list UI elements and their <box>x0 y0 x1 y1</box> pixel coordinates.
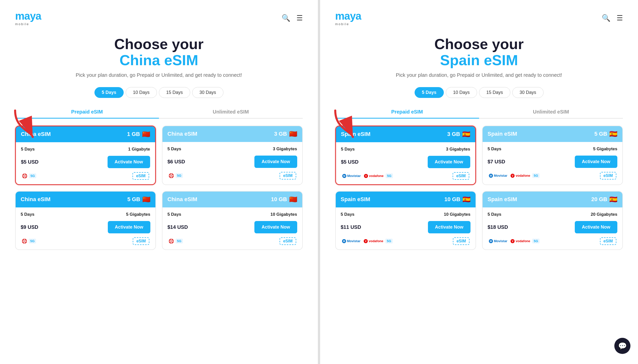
card-footer: 5G eSIM <box>21 237 150 245</box>
navbar: mayamobile 🔍 ☰ <box>15 10 303 26</box>
duration-tabs: 5 Days10 Days15 Days30 Days <box>335 87 623 98</box>
svg-text:V: V <box>512 240 514 243</box>
card-gigabytes: 3 Gigabytes <box>446 147 470 152</box>
logo[interactable]: mayamobile <box>335 10 361 26</box>
5g-badge: 5G <box>386 173 393 178</box>
card-footer: 5G eSIM <box>167 172 297 179</box>
plan-tab-unlimited-esim[interactable]: Unlimited eSIM <box>479 106 623 119</box>
card-body: 5 Days 10 Gigabytes $11 USD Activate Now… <box>336 207 476 249</box>
menu-icon[interactable]: ☰ <box>296 14 303 22</box>
card-gb-info: 5 GB 🇨🇳 <box>127 196 150 203</box>
activate-now-button[interactable]: Activate Now <box>254 156 297 168</box>
card-gb-amount: 3 GB <box>274 131 287 137</box>
activate-now-button[interactable]: Activate Now <box>108 156 150 168</box>
svg-text:V: V <box>365 240 367 243</box>
svg-text:M: M <box>343 240 345 243</box>
plan-tab-unlimited-esim[interactable]: Unlimited eSIM <box>159 106 303 119</box>
card-gb-amount: 10 GB <box>271 196 287 203</box>
duration-tab-5-days[interactable]: 5 Days <box>94 87 124 98</box>
card-gb-amount: 5 GB <box>127 196 140 203</box>
activate-now-button[interactable]: Activate Now <box>254 221 297 233</box>
country-flag: 🇪🇸 <box>609 196 617 203</box>
chat-button[interactable]: 💬 <box>614 338 630 354</box>
card-gb-info: 3 GB 🇨🇳 <box>274 130 297 138</box>
card-footer: M Movistar V vodafone 5G eSIM <box>488 237 617 245</box>
card-body: 5 Days 5 Gigabytes $7 USD Activate Now M… <box>483 142 622 184</box>
card-body: 5 Days 10 Gigabytes $14 USD Activate Now… <box>162 207 302 249</box>
activate-now-button[interactable]: Activate Now <box>575 221 617 233</box>
duration-tab-15-days[interactable]: 15 Days <box>479 87 510 98</box>
5g-badge: 5G <box>385 239 393 243</box>
hero-section: Choose yourChina eSIM Pick your plan dur… <box>15 36 303 78</box>
card-body: 5 Days 3 Gigabytes $5 USD Activate Now M… <box>336 142 475 184</box>
esim-badge: eSIM <box>132 172 149 180</box>
activate-now-button[interactable]: Activate Now <box>428 221 471 233</box>
vodafone-logo: V vodafone <box>510 239 530 243</box>
card-price-row: $18 USD Activate Now <box>488 221 617 233</box>
card-title: Spain eSIM <box>341 196 370 203</box>
plans-grid: Spain eSIM 3 GB 🇪🇸 5 Days 3 Gigabytes $5… <box>335 126 623 250</box>
5g-badge: 5G <box>176 239 183 243</box>
duration-tab-15-days[interactable]: 15 Days <box>159 87 190 98</box>
card-header: Spain eSIM 20 GB 🇪🇸 <box>483 192 622 207</box>
svg-text:M: M <box>490 174 492 177</box>
plan-card-china-1gb: China eSIM 1 GB 🇨🇳 5 Days 1 Gigabyte $5 … <box>15 126 156 185</box>
activate-now-button[interactable]: Activate Now <box>575 156 617 168</box>
plan-tab-prepaid-esim[interactable]: Prepaid eSIM <box>15 106 159 119</box>
card-header: China eSIM 10 GB 🇨🇳 <box>162 192 302 207</box>
card-title: China eSIM <box>167 196 197 203</box>
network-logos: M Movistar V vodafone 5G <box>342 239 393 243</box>
card-title: China eSIM <box>21 196 51 203</box>
duration-tab-10-days[interactable]: 10 Days <box>446 87 477 98</box>
duration-tab-30-days[interactable]: 30 Days <box>512 87 544 98</box>
plan-card-spain-20gb: Spain eSIM 20 GB 🇪🇸 5 Days 20 Gigabytes … <box>482 191 623 250</box>
card-header: Spain eSIM 3 GB 🇪🇸 <box>336 126 475 142</box>
card-price: $6 USD <box>167 159 185 165</box>
card-body: 5 Days 5 Gigabytes $9 USD Activate Now 5… <box>16 207 155 249</box>
plans-grid: China eSIM 1 GB 🇨🇳 5 Days 1 Gigabyte $5 … <box>15 126 303 250</box>
china-network-logos: 5G <box>22 238 36 244</box>
duration-tab-10-days[interactable]: 10 Days <box>126 87 157 98</box>
card-gigabytes: 10 Gigabytes <box>271 212 297 217</box>
svg-text:M: M <box>490 240 492 243</box>
card-gigabytes: 5 Gigabytes <box>126 212 150 217</box>
card-price-row: $9 USD Activate Now <box>21 221 150 233</box>
search-icon[interactable]: 🔍 <box>602 14 611 22</box>
activate-now-button[interactable]: Activate Now <box>108 221 150 233</box>
card-days-info: 5 Days 10 Gigabytes <box>341 212 471 217</box>
card-footer: M Movistar V vodafone 5G eSIM <box>341 237 471 245</box>
plan-tab-prepaid-esim[interactable]: Prepaid eSIM <box>335 106 479 119</box>
plan-type-tabs: Prepaid eSIMUnlimited eSIM <box>15 106 303 119</box>
card-footer: 5G eSIM <box>21 172 150 180</box>
card-days: 5 Days <box>341 147 355 152</box>
card-gb-amount: 10 GB <box>444 196 460 203</box>
5g-badge: 5G <box>532 239 540 243</box>
activate-now-button[interactable]: Activate Now <box>428 156 470 168</box>
card-days-info: 5 Days 3 Gigabytes <box>167 147 297 152</box>
card-days-info: 5 Days 5 Gigabytes <box>21 212 150 217</box>
card-header: Spain eSIM 5 GB 🇪🇸 <box>483 126 622 142</box>
menu-icon[interactable]: ☰ <box>617 14 623 22</box>
5g-badge: 5G <box>532 173 540 178</box>
duration-tab-30-days[interactable]: 30 Days <box>192 87 223 98</box>
card-gb-amount: 20 GB <box>591 196 607 203</box>
search-icon[interactable]: 🔍 <box>282 14 290 22</box>
duration-tab-5-days[interactable]: 5 Days <box>415 87 444 98</box>
logo[interactable]: mayamobile <box>15 10 41 26</box>
card-days: 5 Days <box>488 147 501 152</box>
card-gb-amount: 1 GB <box>127 131 140 137</box>
card-header: China eSIM 1 GB 🇨🇳 <box>16 126 155 142</box>
card-price-row: $5 USD Activate Now <box>21 156 150 168</box>
card-gigabytes: 10 Gigabytes <box>444 212 471 217</box>
card-price: $11 USD <box>341 224 361 230</box>
card-footer: M Movistar V vodafone 5G eSIM <box>341 172 470 180</box>
card-price-row: $6 USD Activate Now <box>167 156 297 168</box>
movistar-logo: M Movistar <box>342 174 361 178</box>
esim-badge: eSIM <box>600 172 616 179</box>
movistar-logo: M Movistar <box>342 239 360 243</box>
card-footer: 5G eSIM <box>167 237 297 245</box>
card-gb-info: 10 GB 🇪🇸 <box>444 196 471 203</box>
card-title: China eSIM <box>21 131 51 137</box>
card-title: Spain eSIM <box>488 131 517 137</box>
5g-badge: 5G <box>29 239 36 243</box>
